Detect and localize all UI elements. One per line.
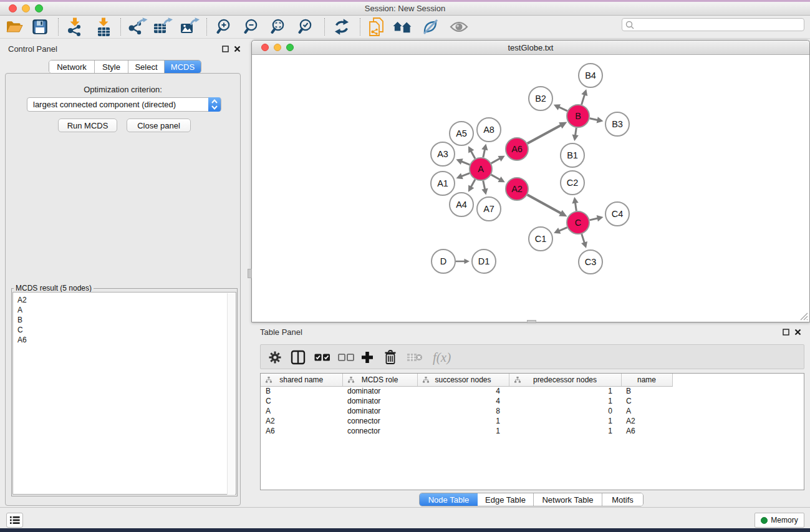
column-header-name[interactable]: name xyxy=(621,374,672,386)
cell-shared-name: A xyxy=(261,406,342,416)
edge-arrowhead xyxy=(481,144,488,151)
save-session-button[interactable] xyxy=(29,17,51,36)
export-image-button[interactable] xyxy=(179,17,200,36)
cell-name: A2 xyxy=(621,416,672,426)
import-table-button[interactable] xyxy=(93,17,114,36)
application-window: Session: New Session xyxy=(0,0,810,532)
app-titlebar: Session: New Session xyxy=(0,2,810,16)
network-view-window: testGlobe.txt B4B2BB3A5A8A6B1A3AC2A1A2A4… xyxy=(251,40,810,322)
edge-A2-C[interactable] xyxy=(528,195,562,214)
graph-node-label: B3 xyxy=(612,119,623,129)
zoom-out-button[interactable] xyxy=(242,17,263,36)
cell-MCDS-role: dominator xyxy=(342,396,417,406)
cell-predecessor-nodes: 0 xyxy=(509,406,621,416)
table-row[interactable]: A6connector11A6 xyxy=(261,426,804,436)
column-header-successor-nodes[interactable]: successor nodes xyxy=(417,374,509,386)
node-table[interactable]: shared nameMCDS rolesuccessor nodesprede… xyxy=(260,373,804,490)
cell-predecessor-nodes: 1 xyxy=(509,396,621,406)
delete-column-button[interactable] xyxy=(384,349,397,366)
float-panel-icon[interactable] xyxy=(222,46,229,52)
delete-table-button[interactable] xyxy=(407,349,423,366)
column-header-predecessor-nodes[interactable]: predecessor nodes xyxy=(509,374,621,386)
cell-successor-nodes: 1 xyxy=(417,426,509,436)
zoom-selected-button[interactable] xyxy=(296,17,317,36)
table-row[interactable]: Bdominator41B xyxy=(261,386,804,396)
status-bar: Memory xyxy=(0,507,810,528)
column-header-shared-name[interactable]: shared name xyxy=(261,374,342,386)
zoom-fit-button[interactable] xyxy=(269,17,290,36)
add-column-button[interactable] xyxy=(360,349,374,366)
float-panel-icon[interactable] xyxy=(783,329,789,336)
delete-table-icon xyxy=(407,352,423,363)
table-panel-tabs: Node TableEdge TableNetwork TableMotifs xyxy=(419,493,644,506)
show-columns-button[interactable] xyxy=(291,349,306,366)
cell-shared-name: A2 xyxy=(261,416,342,426)
panel-divider-grip[interactable] xyxy=(248,269,252,278)
edge-arrowhead xyxy=(481,188,488,195)
panel-divider-grip[interactable] xyxy=(527,320,536,323)
open-file-button[interactable] xyxy=(4,17,25,36)
tab-select[interactable]: Select xyxy=(128,60,165,73)
zoom-in-button[interactable] xyxy=(215,17,236,36)
memory-button[interactable]: Memory xyxy=(755,513,804,528)
mcds-result-item[interactable]: A2 xyxy=(17,295,27,305)
refresh-icon xyxy=(333,19,350,35)
dropdown-stepper xyxy=(208,97,221,112)
function-builder-button[interactable]: f(x) xyxy=(433,349,451,366)
run-mcds-button[interactable]: Run MCDS xyxy=(58,118,117,132)
network-window-titlebar[interactable]: testGlobe.txt xyxy=(252,41,809,55)
tab-style[interactable]: Style xyxy=(95,60,128,73)
select-all-button[interactable] xyxy=(314,349,330,366)
cell-predecessor-nodes: 1 xyxy=(509,386,621,396)
export-network-button[interactable] xyxy=(127,17,148,36)
open-folder-icon xyxy=(6,19,23,34)
control-panel-tabs: NetworkStyleSelectMCDS xyxy=(49,60,201,74)
table-row[interactable]: Cdominator41C xyxy=(261,396,804,406)
mcds-result-item[interactable]: A6 xyxy=(17,335,27,345)
home-layout-button[interactable] xyxy=(393,17,414,36)
table-toolbar: f(x) xyxy=(260,344,804,369)
network-graph-canvas[interactable]: B4B2BB3A5A8A6B1A3AC2A1A2A4A7C4CC1C3DD1 xyxy=(252,56,809,322)
table-row[interactable]: A2connector11A2 xyxy=(261,416,804,426)
scrollbar-track[interactable] xyxy=(227,293,235,495)
clone-network-button[interactable] xyxy=(366,17,387,36)
tab-node-table[interactable]: Node Table xyxy=(420,493,478,506)
refresh-button[interactable] xyxy=(331,17,352,36)
close-panel-icon[interactable] xyxy=(794,329,801,336)
task-history-button[interactable] xyxy=(6,513,23,528)
show-hide-button[interactable] xyxy=(448,17,470,36)
search-input[interactable] xyxy=(622,18,804,31)
edge-arrowhead xyxy=(597,117,604,123)
tab-mcds[interactable]: MCDS xyxy=(165,60,201,73)
tab-network-table[interactable]: Network Table xyxy=(534,493,602,506)
criterion-dropdown[interactable]: largest connected component (directed) xyxy=(27,97,221,112)
cell-MCDS-role: connector xyxy=(342,416,417,426)
deselect-all-button[interactable] xyxy=(338,349,354,366)
mcds-result-item[interactable]: B xyxy=(17,315,27,325)
table-row[interactable]: Adominator80A xyxy=(261,406,804,416)
close-panel-button[interactable]: Close panel xyxy=(127,118,191,132)
homes-icon xyxy=(393,19,414,35)
hide-annotations-button[interactable] xyxy=(420,17,441,36)
cell-shared-name: B xyxy=(261,386,342,396)
mcds-result-list[interactable]: A2ABCA6 xyxy=(12,292,236,495)
resize-grip-icon[interactable] xyxy=(800,312,808,321)
tab-motifs[interactable]: Motifs xyxy=(602,493,643,506)
hierarchy-icon xyxy=(266,377,272,383)
tab-edge-table[interactable]: Edge Table xyxy=(478,493,534,506)
export-table-button[interactable] xyxy=(152,17,173,36)
save-icon xyxy=(32,19,47,34)
zoom-selected-icon xyxy=(298,18,316,36)
tab-network[interactable]: Network xyxy=(49,60,95,73)
close-panel-icon[interactable] xyxy=(234,46,241,52)
table-panel-title: Table Panel xyxy=(260,327,302,337)
hide-annotations-icon xyxy=(422,18,440,36)
column-header-MCDS-role[interactable]: MCDS role xyxy=(342,374,417,386)
edge-A6-B[interactable] xyxy=(528,125,562,143)
mcds-result-item[interactable]: A xyxy=(17,305,27,315)
import-network-button[interactable] xyxy=(64,17,85,36)
clone-network-icon xyxy=(367,17,386,37)
table-settings-button[interactable] xyxy=(268,349,282,366)
mcds-result-item[interactable]: C xyxy=(17,325,27,335)
cell-MCDS-role: connector xyxy=(342,426,417,436)
